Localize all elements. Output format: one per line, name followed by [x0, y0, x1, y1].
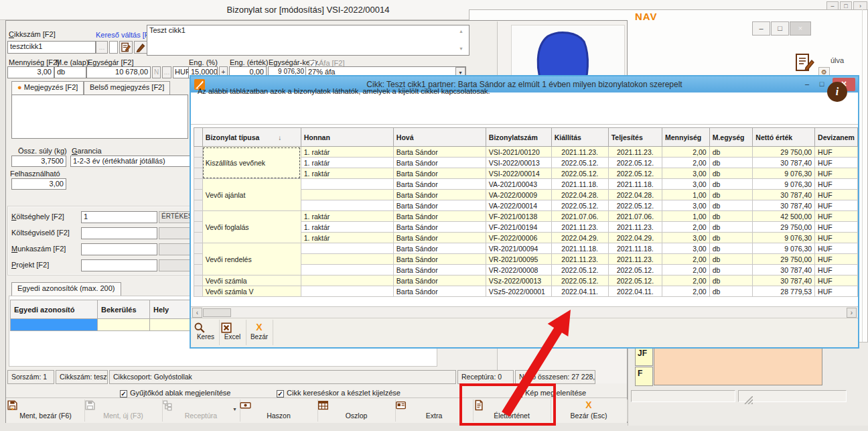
cell-szam[interactable]: VA-2022/00014 — [486, 200, 551, 211]
cell-netto[interactable]: 42 500,00 — [753, 211, 815, 222]
column-header-4[interactable]: Bizonylatszám — [486, 128, 551, 147]
cell-mennyiseg[interactable]: 2,00 — [662, 286, 710, 297]
cell-mennyiseg[interactable]: 3,00 — [662, 243, 710, 254]
koltsegviselo-input[interactable] — [81, 227, 157, 239]
cell-mennyiseg[interactable]: 2,00 — [662, 265, 710, 275]
cell-teljesites[interactable]: 2022.05.12. — [608, 200, 662, 211]
cell-kiallitas[interactable]: 2022.05.12. — [551, 168, 608, 179]
cell-honnan[interactable]: 1. raktár — [301, 222, 393, 233]
egyedi-cell-selected[interactable] — [11, 319, 98, 331]
felhasznalhato-input[interactable]: 3,00 — [11, 178, 66, 190]
column-header-6[interactable]: Teljesítés — [608, 128, 662, 147]
cell-teljesites[interactable]: 2021.11.18. — [608, 179, 662, 190]
table-row[interactable]: Vevői számlaBarta SándorVSz-2022/0001320… — [194, 275, 858, 286]
cell-netto[interactable]: 29 750,00 — [753, 222, 815, 233]
background-close-button[interactable]: × — [790, 21, 811, 36]
row-selector[interactable] — [194, 243, 203, 254]
edit-document-icon[interactable] — [794, 52, 816, 74]
excel-button[interactable]: Excel — [220, 320, 244, 347]
cell-egyseg[interactable]: db — [709, 243, 753, 254]
cell-szam[interactable]: VF-2021/00138 — [486, 211, 551, 222]
cell-devizanem[interactable]: HUF — [815, 168, 858, 179]
cell-mennyiseg[interactable]: 2,00 — [662, 222, 710, 233]
dialog-minimize-button[interactable]: – — [800, 78, 814, 90]
cell-netto[interactable]: 30 787,40 — [753, 158, 815, 168]
toolbar-button-2[interactable]: Ment, új (F3) — [84, 398, 162, 423]
cell-hova[interactable]: Barta Sándor — [393, 243, 486, 254]
column-header-3[interactable]: Hová — [393, 128, 486, 147]
cikk-kereses-checkbox[interactable]: ✓Cikk kereséskor a készlet kijelzése — [277, 389, 401, 397]
cell-teljesites[interactable]: 2022.05.12. — [608, 158, 662, 168]
column-header-5[interactable]: Kiállítás — [551, 128, 608, 147]
egyedi-header-3[interactable]: Hely — [150, 300, 192, 319]
resize-grip-icon[interactable] — [742, 396, 753, 404]
toolbar-button-8[interactable]: XBezár (Esc) — [551, 398, 627, 423]
cell-teljesites[interactable]: 2022.04.29. — [608, 233, 662, 243]
cell-kiallitas[interactable]: 2022.05.12. — [551, 158, 608, 168]
cell-egyseg[interactable]: db — [709, 233, 753, 243]
cell-szam[interactable]: VSI-2021/00120 — [486, 147, 551, 158]
scroll-right-icon[interactable]: › — [847, 308, 857, 318]
cell-netto[interactable]: 30 787,40 — [753, 265, 815, 275]
cell-devizanem[interactable]: HUF — [815, 243, 858, 254]
cell-hova[interactable]: Barta Sándor — [393, 286, 486, 297]
pencil-icon[interactable] — [134, 41, 147, 54]
cell-szam[interactable]: VA-2021/00043 — [486, 179, 551, 190]
cell-kiallitas[interactable]: 2021.11.23. — [551, 222, 608, 233]
cell-honnan[interactable]: 1. raktár — [301, 168, 393, 179]
cell-devizanem[interactable]: HUF — [815, 286, 858, 297]
table-row[interactable]: Vevői foglalás1. raktárBarta SándorVF-20… — [194, 211, 858, 222]
cell-hova[interactable]: Barta Sándor — [393, 200, 486, 211]
cell-honnan[interactable] — [301, 265, 393, 275]
row-selector[interactable] — [194, 190, 203, 200]
dropdown-arrow-icon[interactable]: ▼ — [232, 407, 237, 412]
cell-kiallitas[interactable]: 2022.05.12. — [551, 200, 608, 211]
cell-devizanem[interactable]: HUF — [815, 222, 858, 233]
toolbar-button-6[interactable]: Extra — [395, 398, 473, 423]
cell-egyseg[interactable]: db — [709, 222, 753, 233]
bizonylat-tipusa-cell[interactable]: Vevői számla — [202, 275, 301, 286]
cell-egyseg[interactable]: db — [709, 200, 753, 211]
cell-kiallitas[interactable]: 2022.04.28. — [551, 190, 608, 200]
sort-desc-icon[interactable]: ↓ — [278, 134, 281, 141]
table-row[interactable]: Vevői rendelésBarta SándorVR-2021/000942… — [194, 243, 858, 254]
cell-kiallitas[interactable]: 2021.07.06. — [551, 211, 608, 222]
column-header-7[interactable]: Mennyiség — [662, 128, 710, 147]
cell-netto[interactable]: 9 076,30 — [753, 243, 815, 254]
cell-teljesites[interactable]: 2022.05.12. — [608, 275, 662, 286]
cell-kiallitas[interactable]: 2021.11.18. — [551, 179, 608, 190]
row-selector[interactable] — [194, 200, 203, 211]
row-selector[interactable] — [194, 254, 203, 265]
cell-teljesites[interactable]: 2021.11.23. — [608, 147, 662, 158]
cell-hova[interactable]: Barta Sándor — [393, 222, 486, 233]
cell-netto[interactable]: 29 750,00 — [753, 147, 815, 158]
row-selector[interactable] — [194, 286, 203, 297]
cell-hova[interactable]: Barta Sándor — [393, 158, 486, 168]
cell-netto[interactable]: 9 076,30 — [753, 168, 815, 179]
cell-hova[interactable]: Barta Sándor — [393, 179, 486, 190]
cell-hova[interactable]: Barta Sándor — [393, 190, 486, 200]
garancia-select[interactable]: 1-2-3 év (értékhatár jótállás) — [70, 156, 192, 167]
egyedi-table-row[interactable] — [11, 319, 192, 331]
dialog-maximize-button[interactable]: □ — [815, 78, 828, 90]
cell-hova[interactable]: Barta Sándor — [393, 275, 486, 286]
row-selector[interactable] — [194, 233, 203, 243]
cell-honnan[interactable]: 1. raktár — [301, 211, 393, 222]
tab-megjegyzes[interactable]: ● Megjegyzés [F2] — [11, 81, 84, 95]
cell-szam[interactable]: VA-2022/00009 — [486, 190, 551, 200]
cell-egyseg[interactable]: db — [709, 275, 753, 286]
cell-egyseg[interactable]: db — [709, 158, 753, 168]
cell-szam[interactable]: VR-2021/00094 — [486, 243, 551, 254]
cell-teljesites[interactable]: 2022.04.28. — [608, 190, 662, 200]
row-selector[interactable] — [194, 222, 203, 233]
cell-teljesites[interactable]: 2022.05.12. — [608, 168, 662, 179]
background-maximize-button[interactable]: □ — [771, 21, 789, 36]
background-minimize-button[interactable]: – — [752, 21, 770, 36]
cell-honnan[interactable] — [301, 243, 393, 254]
cell-kiallitas[interactable]: 2021.11.18. — [551, 243, 608, 254]
cell-mennyiseg[interactable]: 2,00 — [662, 158, 710, 168]
toolbar-button-5[interactable]: Oszlop — [317, 398, 395, 423]
scrollbar-thumb[interactable] — [203, 308, 231, 317]
cell-hova[interactable]: Barta Sándor — [393, 233, 486, 243]
browse-button[interactable]: ... — [96, 41, 108, 54]
